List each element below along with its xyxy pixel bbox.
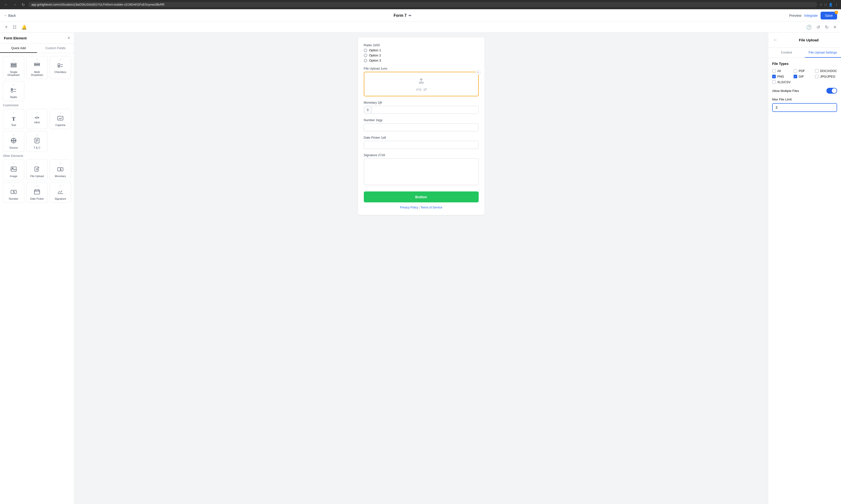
image-label: Image — [10, 175, 18, 178]
allow-multiple-files-toggle[interactable] — [826, 88, 837, 94]
tab-content[interactable]: Content — [768, 48, 805, 58]
history-btn[interactable]: 🕐 — [805, 23, 812, 31]
number-input[interactable] — [364, 123, 479, 131]
notification-btn[interactable]: 🔔 — [20, 23, 28, 31]
tab-custom-fields[interactable]: Custom Fields — [37, 44, 74, 53]
panel-tabs: Quick Add Custom Fields — [0, 44, 74, 53]
back-arrow-icon: ← — [4, 14, 7, 18]
browser-forward-btn[interactable]: → — [12, 2, 18, 7]
file-upload-icon — [34, 166, 40, 173]
element-card-monetary[interactable]: ⠿ $ Monetary — [50, 160, 71, 180]
file-upload-label: File Upload — [30, 175, 44, 178]
drag-dots: ⠿ — [59, 162, 61, 165]
checkbox-docx-box[interactable] — [815, 69, 819, 73]
integrate-button[interactable]: Integrate — [804, 14, 818, 18]
checkbox-jpg-jpeg[interactable]: JPG/JPEG — [815, 75, 837, 78]
element-card-signature[interactable]: ⠿ Signature — [50, 182, 71, 203]
grid-view-btn[interactable]: ☷ — [12, 23, 18, 31]
form-title: Form 7 — [393, 13, 406, 18]
radio-option-3[interactable]: Option 3 — [364, 59, 479, 62]
checkbox-gif[interactable]: ✓ GIF — [793, 75, 813, 78]
allow-multiple-files-row: Allow Multiple Files — [772, 88, 837, 94]
element-grid-last: ⠿ $ Number ⠿ Date Picker ⠿ — [3, 182, 71, 203]
form-container: Radio 1b55 Option 1 Option 2 Option 3 Fi… — [358, 37, 484, 215]
checkbox-label: Checkbox — [54, 71, 67, 73]
checkbox-png[interactable]: ✓ PNG — [772, 75, 792, 78]
checkbox-docx-doc[interactable]: DOCX/DOC — [815, 69, 837, 73]
tc-icon — [34, 138, 40, 145]
checkbox-icon — [57, 63, 63, 69]
radio-group-label: Radio 1b55 — [364, 43, 479, 47]
drag-dots: ⠿ — [36, 162, 38, 165]
browser-url-input[interactable] — [29, 2, 817, 7]
element-grid-other: ⠿ Image ⠿ File Upload ⠿ $ — [3, 160, 71, 180]
app-topbar: ← Back Form 7 ✏ Preview Integrate Save 1 — [0, 9, 841, 22]
left-panel: Form Element × Quick Add Custom Fields ⠿… — [0, 33, 74, 504]
element-card-captcha[interactable]: ⠿ Captcha — [50, 109, 71, 129]
element-grid-customized: ⠿ T Text ⠿ </> Html ⠿ Captcha — [3, 109, 71, 129]
drag-dots: ⠿ — [13, 162, 15, 165]
svg-rect-3 — [34, 63, 40, 64]
element-card-number[interactable]: ⠿ $ Number — [3, 182, 24, 203]
captcha-label: Captcha — [55, 124, 66, 126]
element-card-tc[interactable]: ⠿ T & C — [26, 131, 48, 152]
checkbox-all[interactable]: All — [772, 69, 792, 73]
element-card-text[interactable]: ⠿ T Text — [3, 109, 24, 129]
tab-file-upload-settings[interactable]: File Upload Settings — [805, 48, 841, 58]
element-card-checkbox[interactable]: ⠿ Checkbox — [50, 56, 71, 79]
element-card-radio[interactable]: ⠿ Radio — [3, 81, 24, 101]
element-card-source[interactable]: ⠿ Source — [3, 131, 24, 152]
date-picker-input[interactable] — [364, 141, 479, 149]
terms-of-service-link[interactable]: Terms of Service — [420, 206, 442, 209]
file-upload-box[interactable]: × .png, .gif — [364, 72, 479, 96]
tab-quick-add[interactable]: Quick Add — [0, 44, 37, 53]
checkbox-xls-box[interactable] — [772, 80, 776, 84]
browser-back-btn[interactable]: ← — [3, 2, 9, 7]
drag-dots: ⠿ — [36, 59, 38, 61]
form-submit-button[interactable]: Button — [364, 192, 479, 202]
checkbox-xls-csv[interactable]: XLS/CSV — [772, 80, 792, 84]
panel-title: Form Element — [4, 36, 26, 40]
checkbox-all-box[interactable] — [772, 69, 776, 73]
element-card-file-upload[interactable]: ⠿ File Upload — [26, 160, 48, 180]
radio-option-2[interactable]: Option 2 — [364, 54, 479, 57]
checkbox-pdf[interactable]: PDF — [793, 69, 813, 73]
checkbox-gif-box[interactable]: ✓ — [793, 75, 797, 78]
file-upload-close-btn[interactable]: × — [476, 70, 481, 75]
element-card-image[interactable]: ⠿ Image — [3, 160, 24, 180]
text-label: Text — [11, 124, 16, 126]
right-panel-back-btn[interactable]: ← — [772, 36, 779, 43]
preview-button[interactable]: Preview — [789, 14, 801, 18]
svg-rect-2 — [11, 66, 16, 67]
date-picker-label: Date Picker — [30, 197, 44, 200]
checkbox-png-box[interactable]: ✓ — [772, 75, 776, 78]
file-upload-field-label: File Upload 1unv — [364, 67, 479, 70]
monetary-prefix: $ — [364, 106, 372, 113]
max-file-limit-input[interactable] — [772, 103, 837, 112]
panel-close-button[interactable]: × — [67, 36, 70, 41]
radio-option-1[interactable]: Option 1 — [364, 49, 479, 52]
edit-icon[interactable]: ✏ — [409, 14, 411, 18]
undo-btn[interactable]: ↺ — [816, 23, 821, 31]
right-panel: ← File Upload Content File Upload Settin… — [768, 33, 841, 504]
browser-refresh-btn[interactable]: ↻ — [20, 2, 26, 7]
add-element-btn[interactable]: + — [4, 23, 9, 31]
privacy-policy-link[interactable]: Privacy Policy — [400, 206, 418, 209]
settings-btn[interactable]: ≡ — [833, 23, 837, 31]
signature-box[interactable] — [364, 158, 479, 185]
save-button[interactable]: Save 1 — [821, 12, 837, 19]
checkbox-pdf-box[interactable] — [793, 69, 797, 73]
element-card-multi-dropdown[interactable]: ⠿ Multi Dropdown — [26, 56, 48, 79]
monetary-input[interactable] — [372, 106, 479, 113]
checkbox-gif-label: GIF — [799, 75, 804, 78]
element-card-single-dropdown[interactable]: ⠿ Single Dropdown — [3, 56, 24, 79]
checkbox-jpg-box[interactable] — [815, 75, 819, 78]
radio-option-2-label: Option 2 — [369, 54, 381, 57]
back-button[interactable]: ← Back — [4, 14, 16, 18]
element-card-html[interactable]: ⠿ </> Html — [26, 109, 48, 129]
source-label: Source — [10, 146, 18, 149]
footer-separator: | — [419, 206, 420, 209]
element-card-date-picker[interactable]: ⠿ Date Picker — [26, 182, 48, 203]
redo-btn[interactable]: ↻ — [824, 23, 829, 31]
file-types-grid: All PDF DOCX/DOC ✓ PNG ✓ GIF — [772, 69, 837, 84]
